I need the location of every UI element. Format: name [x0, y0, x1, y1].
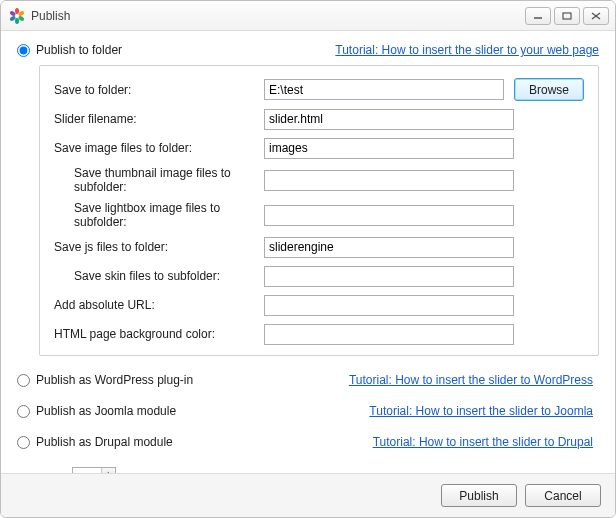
browse-button[interactable]: Browse — [514, 78, 584, 101]
option-publish-drupal[interactable]: Publish as Drupal module — [17, 435, 247, 449]
input-save-to-folder[interactable] — [264, 79, 504, 100]
option-publish-folder[interactable]: Publish to folder — [17, 43, 122, 57]
option-label: Publish as Drupal module — [36, 435, 173, 449]
svg-point-4 — [15, 18, 19, 24]
radio-publish-drupal[interactable] — [17, 436, 30, 449]
input-js-folder[interactable] — [264, 237, 514, 258]
label-lightbox-subfolder: Save lightbox image files to subfolder: — [54, 201, 264, 229]
folder-settings-panel: Save to folder: Browse Slider filename: … — [39, 65, 599, 356]
option-label: Publish as Joomla module — [36, 404, 176, 418]
titlebar: Publish — [1, 1, 615, 31]
radio-publish-wordpress[interactable] — [17, 374, 30, 387]
maximize-button[interactable] — [554, 7, 580, 25]
dialog-footer: Publish Cancel — [1, 473, 615, 517]
tutorial-link-wordpress[interactable]: Tutorial: How to insert the slider to Wo… — [349, 373, 593, 387]
label-images-folder: Save image files to folder: — [54, 141, 264, 155]
cancel-button[interactable]: Cancel — [525, 484, 601, 507]
label-bg-color: HTML page background color: — [54, 327, 264, 341]
publish-button[interactable]: Publish — [441, 484, 517, 507]
tutorial-link-joomla[interactable]: Tutorial: How to insert the slider to Jo… — [369, 404, 593, 418]
close-button[interactable] — [583, 7, 609, 25]
label-skin-subfolder: Save skin files to subfolder: — [54, 269, 264, 283]
svg-rect-8 — [563, 13, 571, 19]
option-publish-wordpress[interactable]: Publish as WordPress plug-in — [17, 373, 247, 387]
option-label: Publish as WordPress plug-in — [36, 373, 193, 387]
option-publish-joomla[interactable]: Publish as Joomla module — [17, 404, 247, 418]
input-skin-subfolder[interactable] — [264, 266, 514, 287]
input-images-folder[interactable] — [264, 138, 514, 159]
radio-publish-joomla[interactable] — [17, 405, 30, 418]
svg-point-0 — [15, 14, 19, 18]
label-js-folder: Save js files to folder: — [54, 240, 264, 254]
input-bg-color[interactable] — [264, 324, 514, 345]
tutorial-link-folder[interactable]: Tutorial: How to insert the slider to yo… — [335, 43, 599, 57]
svg-point-1 — [15, 8, 19, 14]
app-logo-icon — [9, 8, 25, 24]
tutorial-link-drupal[interactable]: Tutorial: How to insert the slider to Dr… — [373, 435, 593, 449]
option-label: Publish to folder — [36, 43, 122, 57]
label-save-to-folder: Save to folder: — [54, 83, 264, 97]
input-slider-filename[interactable] — [264, 109, 514, 130]
label-thumb-subfolder: Save thumbnail image files to subfolder: — [54, 166, 264, 194]
window-title: Publish — [31, 9, 525, 23]
label-abs-url: Add absolute URL: — [54, 298, 264, 312]
radio-publish-folder[interactable] — [17, 44, 30, 57]
input-lightbox-subfolder[interactable] — [264, 205, 514, 226]
minimize-button[interactable] — [525, 7, 551, 25]
label-slider-filename: Slider filename: — [54, 112, 264, 126]
input-abs-url[interactable] — [264, 295, 514, 316]
input-thumb-subfolder[interactable] — [264, 170, 514, 191]
